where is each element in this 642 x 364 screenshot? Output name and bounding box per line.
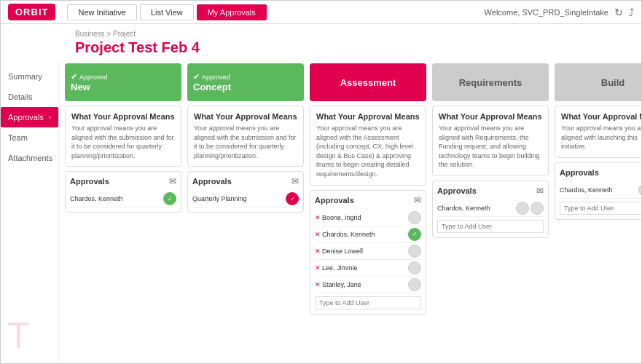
approver-row: Chardos, Kenneth ✓ [70,191,176,207]
approvals-section-requirements: Approvals ✉ Chardos, Kenneth [432,181,549,238]
approver-badge-gray [531,202,544,215]
approvals-header-assessment: Approvals ✉ [315,195,421,205]
approval-means-body-concept: Your approval means you are aligned with… [194,124,297,160]
stage-name-build: Build [560,77,641,88]
sidebar: Summary Details Approvals › Team Attachm… [1,60,59,364]
x-icon: ✕ [315,231,321,238]
approver-badge-gray [408,245,421,258]
stage-name-assessment: Assessment [316,77,420,88]
approval-means-card-requirements: What Your Approval Means Your approval m… [432,106,549,176]
approval-means-title-new: What Your Approval Means [71,112,175,121]
approval-means-title-assessment: What Your Approval Means [316,112,420,121]
email-icon-requirements: ✉ [536,186,544,196]
approvals-section-assessment: Approvals ✉ ✕ Boone, Ingrid ✕ Chardos, K… [310,190,426,314]
page-title: Project Test Feb 4 [66,38,633,60]
stage-header-assessment: Assessment [310,63,426,101]
main-layout: Summary Details Approvals › Team Attachm… [1,60,641,364]
stage-header-new: ✔ Approved New [65,63,181,101]
sidebar-item-summary[interactable]: Summary [1,66,58,87]
approver-row: ✕ Lee, Jimmie [315,260,421,277]
stage-header-build: Build [555,63,641,101]
approvals-section-build: Approvals ✉ Chardos, Kenneth [555,162,641,220]
column-concept: ✔ Approved Concept What Your Approval Me… [187,63,304,314]
approval-means-card-build: What Your Approval Means Your approval m… [555,106,641,158]
stage-name-requirements: Requirements [438,77,543,88]
content-area: ✔ Approved New What Your Approval Means … [59,60,641,364]
column-requirements: Requirements What Your Approval Means Yo… [432,63,549,314]
approver-row: Quarterly Planning ✓ [192,191,299,207]
approver-badge-gray [638,183,641,197]
approver-row: Chardos, Kenneth [560,182,641,199]
column-new: ✔ Approved New What Your Approval Means … [65,63,181,314]
approver-badge-green: ✓ [408,228,421,241]
my-approvals-button[interactable]: My Approvals [197,4,267,20]
refresh-icon[interactable]: ↻ [614,7,623,18]
column-assessment: Assessment What Your Approval Means Your… [310,63,426,314]
top-nav: ORBIT New Initiative List View My Approv… [1,1,641,24]
x-icon: ✕ [315,248,321,255]
approver-row: ✕ Denise Lowell [315,243,421,260]
approver-row: ✕ Boone, Ingrid [315,210,421,226]
approvals-header-concept: Approvals ✉ [192,176,299,186]
approver-badge-gray [516,202,529,215]
x-icon: ✕ [315,264,321,272]
check-icon-new: ✔ [71,72,77,82]
approval-means-card-concept: What Your Approval Means Your approval m… [187,106,304,167]
approver-row: Chardos, Kenneth [437,200,544,217]
list-view-button[interactable]: List View [140,4,194,20]
approval-means-card-assessment: What Your Approval Means Your approval m… [310,106,426,186]
approval-means-body-build: Your approval means you are aligned with… [561,124,641,151]
x-icon: ✕ [315,281,321,288]
approvals-section-new: Approvals ✉ Chardos, Kenneth ✓ [65,171,181,213]
approver-badge-gray [408,278,421,291]
stage-header-requirements: Requirements [432,63,549,101]
approvals-section-concept: Approvals ✉ Quarterly Planning ✓ [187,171,304,213]
email-icon-concept: ✉ [291,176,299,186]
approver-row: ✕ Chardos, Kenneth ✓ [315,226,421,243]
approvals-header-new: Approvals ✉ [70,176,176,186]
approval-means-title-build: What Your Approval Means [561,112,641,121]
breadcrumb: Business > Project [66,27,633,38]
check-icon-concept: ✔ [193,72,200,82]
approver-badge-green: ✓ [163,192,176,205]
two-badges [638,183,641,197]
approval-means-title-requirements: What Your Approval Means [439,112,542,121]
stage-name-concept: Concept [193,82,231,92]
logo: ORBIT [8,4,55,20]
email-icon-new: ✉ [169,176,176,186]
sidebar-item-details[interactable]: Details [1,87,58,107]
column-build: Build What Your Approval Means Your appr… [555,63,641,314]
approval-means-body-new: Your approval means you are aligned with… [71,124,175,160]
chevron-right-icon: › [49,114,51,121]
stage-status-concept: ✔ Approved [193,72,230,82]
approver-row: ✕ Stanley, Jane [315,277,421,293]
stage-name-new: New [71,82,90,92]
approval-means-body-requirements: Your approval means you are aligned with… [439,124,542,170]
stage-status-new: ✔ Approved [71,72,108,82]
approval-means-card-new: What Your Approval Means Your approval m… [65,106,181,167]
approver-badge-gray [408,261,421,274]
approver-badge-pink: ✓ [286,192,299,205]
logo-text: ORBIT [15,7,48,17]
email-icon-assessment: ✉ [414,195,421,205]
welcome-text: Welcome, SVC_PRD_SingleIntake [485,8,608,17]
x-icon: ✕ [315,214,321,221]
add-user-input-requirements[interactable] [437,220,544,233]
add-user-input-assessment[interactable] [315,296,421,309]
two-badges [516,202,544,215]
approvals-header-build: Approvals ✉ [560,167,641,178]
kanban-board: ✔ Approved New What Your Approval Means … [65,60,635,314]
sidebar-item-approvals[interactable]: Approvals › [1,107,58,127]
stage-header-concept: ✔ Approved Concept [187,63,304,101]
sidebar-item-team[interactable]: Team [1,127,58,148]
approval-means-title-concept: What Your Approval Means [194,112,297,121]
approver-badge-gray [408,211,421,224]
sidebar-item-attachments[interactable]: Attachments [1,148,58,168]
share-icon[interactable]: ⤴ [629,7,634,18]
approvals-header-requirements: Approvals ✉ [437,186,544,196]
add-user-input-build[interactable] [560,202,641,215]
new-initiative-button[interactable]: New Initiative [67,4,136,20]
approval-means-body-assessment: Your approval means you are aligned with… [316,124,420,179]
